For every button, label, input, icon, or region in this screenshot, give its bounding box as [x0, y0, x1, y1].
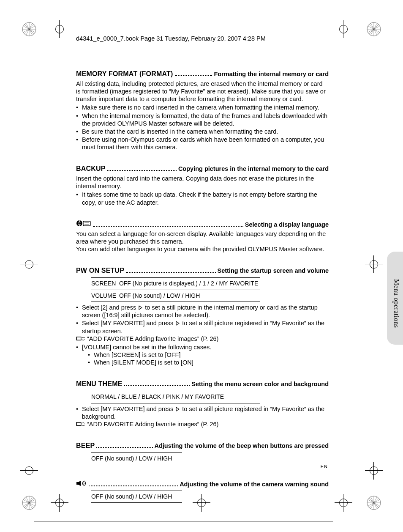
crosshair-icon — [368, 259, 379, 270]
header-rule — [70, 32, 369, 32]
crosshair-icon — [24, 259, 35, 270]
crosshair-icon — [338, 497, 349, 508]
list-item: Before using non-Olympus cards or cards … — [76, 136, 329, 151]
section-subtitle: Adjusting the volume of the beep when bu… — [155, 442, 329, 450]
bullet-list: Make sure there is no card inserted in t… — [76, 104, 329, 151]
crosshair-icon — [368, 465, 379, 476]
leader-dots — [126, 269, 215, 273]
svg-rect-43 — [77, 422, 81, 425]
option-values: OFF (No picture is displayed.) / 1 / 2 /… — [119, 280, 258, 287]
list-item: Be sure that the card is inserted in the… — [76, 128, 329, 135]
speaker-sound-icon — [76, 480, 87, 488]
bullet-list: It takes some time to back up data. Chec… — [76, 191, 329, 206]
crosshair-icon — [54, 497, 65, 508]
section-subtitle: Selecting a display language — [245, 221, 329, 228]
cross-reference: “ADD FAVORITE Adding favorite images” (P… — [76, 420, 329, 428]
section-subtitle: Copying pictures in the internal memory … — [178, 165, 329, 173]
section-heading: Selecting a display language — [76, 220, 329, 228]
section-heading: Adjusting the volume of the camera warni… — [76, 480, 329, 488]
regmark-icon — [367, 496, 381, 510]
page-content: MEMORY FORMAT (FORMAT) Formatting the in… — [76, 70, 329, 505]
side-section-label: Menu operations — [392, 279, 400, 328]
option-values: OFF (No sound) / LOW / HIGH — [119, 292, 200, 299]
header-meta: d4341_e_0000_7.book Page 31 Tuesday, Feb… — [76, 35, 266, 42]
section-subtitle: Setting the menu screen color and backgr… — [191, 380, 329, 388]
list-item: When [SILENT MODE] is set to [ON] — [88, 359, 329, 366]
svg-point-36 — [76, 220, 82, 226]
list-item: It takes some time to back up data. Chec… — [76, 191, 329, 206]
bullet-list: [VOLUME] cannot be set in the following … — [76, 343, 329, 366]
right-arrow-icon — [176, 407, 180, 411]
footer-language: EN — [321, 464, 328, 470]
reference-icon — [76, 421, 85, 426]
list-item: Select [MY FAVORITE] and press to set a … — [76, 319, 329, 335]
list-item: When the internal memory is formatted, t… — [76, 112, 329, 127]
right-arrow-icon — [139, 305, 142, 310]
svg-rect-37 — [83, 221, 90, 226]
bullet-list: Select [MY FAVORITE] and press to set a … — [76, 405, 329, 420]
leader-dots — [124, 382, 190, 386]
body-text: You can select a language for on-screen … — [76, 230, 329, 245]
section-subtitle: Setting the startup screen and volume — [218, 267, 329, 274]
option-values: OFF (No sound) / LOW / HIGH — [91, 492, 182, 502]
section-heading: MENU THEME Setting the menu screen color… — [76, 380, 329, 388]
footer-rule — [34, 521, 333, 521]
section-title: PW ON SETUP — [76, 266, 124, 275]
svg-rect-41 — [77, 337, 81, 340]
section-heading: MEMORY FORMAT (FORMAT) Formatting the in… — [76, 70, 329, 78]
crosshair-icon — [54, 24, 65, 35]
option-values: OFF (No sound) / LOW / HIGH — [91, 454, 182, 463]
regmark-icon — [22, 496, 36, 510]
section-title: BACKUP — [76, 165, 106, 173]
bullet-list: Select [2] and press to set a still pict… — [76, 304, 329, 335]
list-item: Make sure there is no card inserted in t… — [76, 104, 329, 111]
list-item: [VOLUME] cannot be set in the following … — [76, 343, 329, 366]
section-title: MEMORY FORMAT (FORMAT) — [76, 70, 173, 78]
section-heading: PW ON SETUP Setting the startup screen a… — [76, 266, 329, 275]
body-text: All existing data, including protected p… — [76, 80, 329, 103]
section-heading: BEEP Adjusting the volume of the beep wh… — [76, 442, 329, 450]
leader-dots — [107, 167, 177, 171]
reference-icon — [76, 335, 85, 340]
options-table: SCREEN OFF (No picture is displayed.) / … — [91, 277, 260, 302]
list-item: Select [MY FAVORITE] and press to set a … — [76, 405, 329, 420]
options-table: OFF (No sound) / LOW / HIGH — [91, 452, 182, 465]
body-text: You can add other languages to your came… — [76, 245, 329, 253]
section-subtitle: Adjusting the volume of the camera warni… — [180, 480, 329, 488]
right-arrow-icon — [176, 321, 180, 326]
list-item: Select [2] and press to set a still pict… — [76, 304, 329, 319]
section-subtitle: Formatting the internal memory or card — [214, 70, 329, 78]
body-text: Insert the optional card into the camera… — [76, 175, 329, 190]
regmark-icon — [22, 22, 36, 36]
list-item: When [SCREEN] is set to [OFF] — [88, 351, 329, 359]
option-label: VOLUME — [91, 292, 117, 300]
section-title: MENU THEME — [76, 380, 123, 388]
crosshair-icon — [24, 465, 35, 476]
leader-dots — [175, 72, 212, 76]
language-globe-icon — [76, 220, 91, 228]
leader-dots — [93, 223, 243, 227]
options-table: OFF (No sound) / LOW / HIGH — [91, 491, 182, 503]
crosshair-icon — [338, 24, 349, 35]
leader-dots — [96, 444, 152, 448]
section-heading: BACKUP Copying pictures in the internal … — [76, 165, 329, 173]
regmark-icon — [367, 22, 381, 36]
leader-dots — [89, 483, 178, 486]
option-values: NORMAL / BLUE / BLACK / PINK / MY FAVORI… — [91, 392, 260, 402]
section-title: BEEP — [76, 442, 95, 450]
options-table: NORMAL / BLUE / BLACK / PINK / MY FAVORI… — [91, 391, 260, 403]
option-label: SCREEN — [91, 280, 117, 288]
cross-reference: “ADD FAVORITE Adding favorite images” (P… — [76, 335, 329, 343]
